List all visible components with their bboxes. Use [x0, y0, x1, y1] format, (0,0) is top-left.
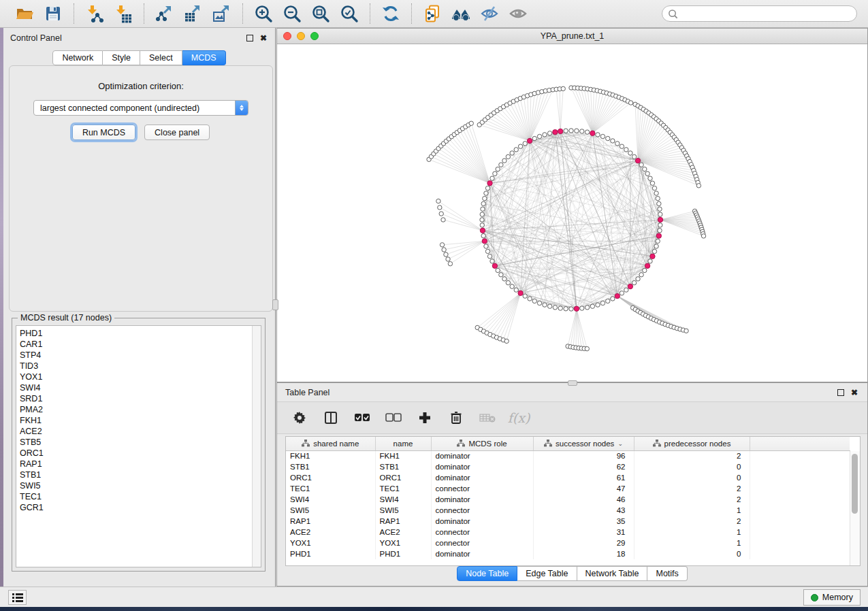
- table-row[interactable]: SWI5SWI5connector431: [286, 505, 850, 516]
- add-column-button[interactable]: [416, 409, 434, 427]
- tab-mcds[interactable]: MCDS: [182, 50, 226, 65]
- table-row[interactable]: TEC1TEC1connector472: [286, 483, 850, 494]
- search-input[interactable]: [678, 9, 851, 18]
- network-canvas[interactable]: [277, 44, 867, 382]
- table-row[interactable]: FKH1FKH1dominator962: [286, 450, 850, 461]
- search-field[interactable]: [662, 5, 857, 22]
- show-columns-button[interactable]: [322, 409, 340, 427]
- tab-select[interactable]: Select: [140, 50, 182, 65]
- save-session-button[interactable]: [41, 2, 65, 25]
- zoom-selected-button[interactable]: [337, 2, 361, 25]
- run-mcds-button[interactable]: Run MCDS: [72, 125, 135, 140]
- close-panel-button[interactable]: Close panel: [144, 125, 210, 140]
- export-image-icon: [212, 4, 231, 23]
- export-image-button[interactable]: [210, 2, 234, 25]
- unchecked-boxes-icon: [385, 413, 402, 423]
- export-table-icon: [184, 4, 203, 23]
- table-scrollbar[interactable]: [850, 451, 860, 565]
- optimization-criterion-select[interactable]: largest connected component (undirected): [33, 100, 248, 116]
- mcds-result-item[interactable]: CAR1: [20, 339, 261, 350]
- table-settings-button[interactable]: [291, 409, 308, 427]
- deselect-all-rows-button[interactable]: [385, 409, 402, 427]
- column-header-shared-name[interactable]: shared name: [286, 437, 375, 450]
- open-folder-icon: [15, 4, 34, 23]
- vertical-splitter-handle[interactable]: [272, 299, 278, 310]
- tab-network[interactable]: Network: [52, 50, 103, 65]
- mcds-result-item[interactable]: SWI5: [20, 480, 261, 491]
- eye-icon: [509, 4, 528, 23]
- tab-network-table[interactable]: Network Table: [577, 566, 648, 581]
- share-document-button[interactable]: [420, 2, 445, 25]
- mcds-result-item[interactable]: STP4: [20, 350, 261, 361]
- mcds-result-item[interactable]: SWI4: [20, 382, 261, 393]
- zoom-fit-button[interactable]: [308, 2, 333, 25]
- sort-chevron-icon[interactable]: ⌄: [617, 440, 623, 447]
- mcds-result-item[interactable]: YOX1: [20, 371, 261, 382]
- table-panel: Table Panel ✖: [276, 382, 868, 587]
- horizontal-splitter-handle[interactable]: [568, 380, 577, 386]
- column-header-successor-nodes[interactable]: successor nodes ⌄: [533, 437, 634, 450]
- mcds-result-item[interactable]: STB1: [20, 469, 261, 480]
- mcds-result-item[interactable]: SRD1: [20, 393, 261, 404]
- mcds-result-item[interactable]: RAP1: [20, 459, 261, 469]
- function-builder-button[interactable]: f(x): [510, 409, 528, 427]
- import-table-button[interactable]: [111, 2, 135, 25]
- mcds-result-item[interactable]: STB5: [20, 437, 261, 448]
- table-panel-title: Table Panel: [285, 388, 832, 397]
- table-scrollbar-thumb[interactable]: [852, 454, 858, 514]
- mcds-result-item[interactable]: ACE2: [20, 426, 261, 437]
- import-network-button[interactable]: [82, 2, 107, 25]
- select-all-rows-button[interactable]: [353, 409, 371, 427]
- tab-node-table[interactable]: Node Table: [457, 566, 517, 581]
- float-panel-icon[interactable]: [246, 35, 253, 42]
- mcds-result-item[interactable]: ORC1: [20, 448, 261, 459]
- mcds-result-listbox[interactable]: PHD1CAR1STP4TID3YOX1SWI4SRD1PMA2FKH1ACE2…: [16, 325, 261, 567]
- mcds-result-item[interactable]: TID3: [20, 361, 261, 371]
- destroy-table-button[interactable]: [479, 409, 496, 427]
- table-row[interactable]: PHD1PHD1dominator180: [286, 548, 850, 559]
- task-history-button[interactable]: [8, 590, 27, 605]
- export-network-button[interactable]: [152, 2, 177, 25]
- export-table-button[interactable]: [181, 2, 206, 25]
- mcds-result-item[interactable]: TEC1: [20, 491, 261, 502]
- tab-style[interactable]: Style: [103, 50, 140, 65]
- column-header-predecessor-nodes[interactable]: predecessor nodes: [634, 437, 750, 450]
- mcds-result-item[interactable]: PHD1: [20, 328, 261, 339]
- float-table-panel-icon[interactable]: [837, 389, 844, 396]
- table-row[interactable]: SWI4SWI4dominator462: [286, 494, 850, 505]
- close-table-panel-icon[interactable]: ✖: [850, 388, 859, 397]
- hide-selected-button[interactable]: [477, 2, 502, 25]
- column-header-mcds-role[interactable]: MCDS role: [431, 437, 533, 450]
- zoom-in-icon: [254, 4, 273, 23]
- tab-edge-table[interactable]: Edge Table: [517, 566, 577, 581]
- mcds-result-item[interactable]: PMA2: [20, 404, 261, 415]
- eye-slash-icon: [480, 4, 499, 23]
- table-row[interactable]: RAP1RAP1dominator352: [286, 516, 850, 527]
- open-session-button[interactable]: [12, 2, 37, 25]
- refresh-button[interactable]: [379, 2, 403, 25]
- search-network-button[interactable]: [449, 2, 473, 25]
- mcds-result-scrollbar[interactable]: [252, 326, 261, 567]
- table-row[interactable]: STB1STB1dominator620: [286, 461, 850, 472]
- columns-icon: [324, 411, 338, 425]
- control-panel-tabs: Network Style Select MCDS: [3, 50, 275, 65]
- tab-motifs[interactable]: Motifs: [647, 566, 687, 581]
- table-row[interactable]: ACE2ACE2connector311: [286, 527, 850, 538]
- table-row[interactable]: YOX1YOX1connector291: [286, 538, 850, 548]
- zoom-out-button[interactable]: [280, 2, 304, 25]
- table-panel-tabs: Node Table Edge Table Network Table Moti…: [277, 566, 867, 581]
- binoculars-icon: [451, 4, 471, 23]
- status-bar: Memory: [0, 587, 868, 607]
- delete-column-button[interactable]: [447, 409, 465, 427]
- zoom-fit-icon: [311, 4, 330, 23]
- memory-button[interactable]: Memory: [803, 589, 861, 606]
- zoom-in-button[interactable]: [251, 2, 276, 25]
- table-panel-titlebar: Table Panel ✖: [277, 383, 867, 401]
- mcds-result-item[interactable]: GCR1: [20, 502, 261, 513]
- show-all-button[interactable]: [506, 2, 530, 25]
- column-header-name[interactable]: name: [375, 437, 431, 450]
- close-panel-icon[interactable]: ✖: [259, 33, 268, 43]
- table-row[interactable]: ORC1ORC1dominator610: [286, 472, 850, 483]
- mcds-result-item[interactable]: FKH1: [20, 415, 261, 426]
- network-window-titlebar[interactable]: YPA_prune.txt_1: [277, 29, 867, 44]
